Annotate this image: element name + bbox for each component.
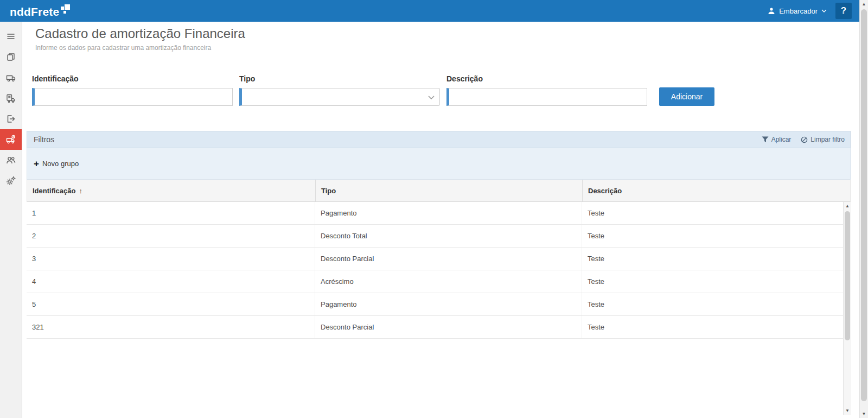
table-cell: Acréscimo	[315, 270, 582, 293]
table-scrollbar[interactable]: ▲ ▼	[843, 202, 851, 415]
table-row[interactable]: 2Desconto TotalTeste	[27, 225, 851, 248]
sidebar-item-transport[interactable]	[0, 67, 22, 88]
sidebar-item-menu[interactable]	[0, 26, 22, 47]
scroll-down-icon[interactable]: ▼	[844, 407, 851, 415]
column-label: Identificação	[33, 187, 75, 195]
column-label: Descrição	[588, 187, 622, 195]
truck-document-icon	[6, 93, 16, 103]
chevron-down-icon	[821, 9, 827, 12]
help-button[interactable]: ?	[835, 3, 852, 19]
column-header-descricao[interactable]: Descrição	[583, 180, 850, 201]
table-row[interactable]: 1PagamentoTeste	[27, 202, 851, 225]
brand-text: nddFrete	[10, 6, 59, 17]
app-window: nddFrete Embarcador ?	[0, 0, 868, 418]
table-cell: Teste	[582, 248, 851, 270]
plus-icon: +	[34, 159, 39, 168]
table-cell: Teste	[582, 225, 851, 247]
truck-icon	[6, 73, 16, 83]
descricao-input[interactable]	[446, 88, 647, 106]
descricao-label: Descrição	[446, 74, 647, 83]
table-row[interactable]: 321Desconto ParcialTeste	[27, 316, 851, 339]
circle-slash-icon	[801, 136, 808, 143]
table-cell: Teste	[582, 293, 851, 315]
user-menu[interactable]: Embarcador	[768, 7, 827, 15]
scroll-up-icon[interactable]: ▲	[844, 202, 851, 210]
table-cell: Teste	[582, 316, 851, 338]
sidebar-item-users[interactable]	[0, 150, 22, 170]
column-label: Tipo	[321, 187, 336, 195]
identificacao-input[interactable]	[32, 88, 233, 106]
table-body: ▲ ▼ 1PagamentoTeste2Desconto TotalTeste3…	[27, 202, 851, 415]
sidebar-item-settings[interactable]	[0, 170, 22, 191]
identificacao-label: Identificação	[32, 74, 233, 83]
page-title: Cadastro de amortização Financeira	[35, 26, 859, 41]
column-header-tipo[interactable]: Tipo	[316, 180, 583, 201]
table-cell: 4	[27, 270, 315, 293]
apply-filter-label: Aplicar	[771, 136, 792, 143]
help-label: ?	[841, 5, 846, 16]
table-cell: Desconto Total	[315, 225, 582, 247]
table-header: Identificação ↑ Tipo Descrição	[27, 180, 851, 202]
new-group-label: Novo grupo	[42, 160, 79, 168]
freight-payment-icon	[6, 135, 16, 144]
scroll-up-icon[interactable]: ▲	[860, 0, 868, 8]
filters-bar: Filtros Aplicar Limpar filtro	[27, 131, 851, 148]
amortization-form: Identificação Tipo Descrição Adicionar	[32, 74, 859, 106]
logout-icon	[6, 114, 16, 124]
left-sidebar	[0, 22, 22, 418]
clear-filter-label: Limpar filtro	[810, 136, 845, 143]
table-cell: Desconto Parcial	[315, 316, 582, 338]
filter-group-area: + Novo grupo	[27, 148, 851, 180]
tipo-label: Tipo	[239, 74, 440, 83]
users-icon	[6, 155, 16, 165]
settings-gears-icon	[6, 176, 16, 186]
menu-icon	[6, 31, 16, 41]
table-row[interactable]: 3Desconto ParcialTeste	[27, 248, 851, 270]
main-content: Cadastro de amortização Financeira Infor…	[22, 22, 859, 418]
brand-squares-icon	[61, 4, 70, 14]
clear-filter-button[interactable]: Limpar filtro	[801, 136, 845, 143]
sort-ascending-icon: ↑	[79, 187, 82, 195]
page-scrollbar[interactable]: ▲ ▼	[859, 0, 868, 418]
scroll-down-icon[interactable]: ▼	[860, 410, 868, 418]
brand-logo[interactable]: nddFrete	[10, 5, 70, 17]
user-menu-label: Embarcador	[779, 7, 818, 15]
filters-and-table-panel: Filtros Aplicar Limpar filtro	[27, 131, 851, 415]
sidebar-item-exit[interactable]	[0, 109, 22, 129]
copy-icon	[6, 52, 16, 62]
table-cell: 5	[27, 293, 315, 315]
adicionar-button[interactable]: Adicionar	[659, 87, 714, 106]
filters-title: Filtros	[34, 135, 54, 144]
sidebar-item-documents[interactable]	[0, 47, 22, 67]
user-icon	[768, 7, 775, 15]
table-cell: Teste	[582, 202, 851, 224]
page-subtitle: Informe os dados para cadastrar uma amor…	[35, 44, 859, 52]
sidebar-item-financial-amortization[interactable]	[0, 129, 22, 150]
table-cell: 1	[27, 202, 315, 224]
table-scrollbar-thumb[interactable]	[845, 211, 850, 340]
table-cell: 3	[27, 248, 315, 270]
table-cell: Pagamento	[315, 293, 582, 315]
column-header-identificacao[interactable]: Identificação ↑	[27, 180, 316, 201]
sidebar-item-shipments[interactable]	[0, 88, 22, 109]
table-cell: 2	[27, 225, 315, 247]
table-cell: 321	[27, 316, 315, 338]
table-cell: Desconto Parcial	[315, 248, 582, 270]
table-row[interactable]: 5PagamentoTeste	[27, 293, 851, 316]
select-chevron-down-icon	[428, 96, 435, 99]
funnel-icon	[762, 136, 769, 143]
page-scrollbar-thumb[interactable]	[861, 9, 867, 401]
tipo-select[interactable]	[239, 88, 440, 106]
top-header: nddFrete Embarcador ?	[0, 0, 859, 22]
table-row[interactable]: 4AcréscimoTeste	[27, 270, 851, 293]
table-cell: Teste	[582, 270, 851, 293]
apply-filter-button[interactable]: Aplicar	[762, 136, 792, 143]
new-group-button[interactable]: + Novo grupo	[34, 159, 79, 168]
table-cell: Pagamento	[315, 202, 582, 224]
